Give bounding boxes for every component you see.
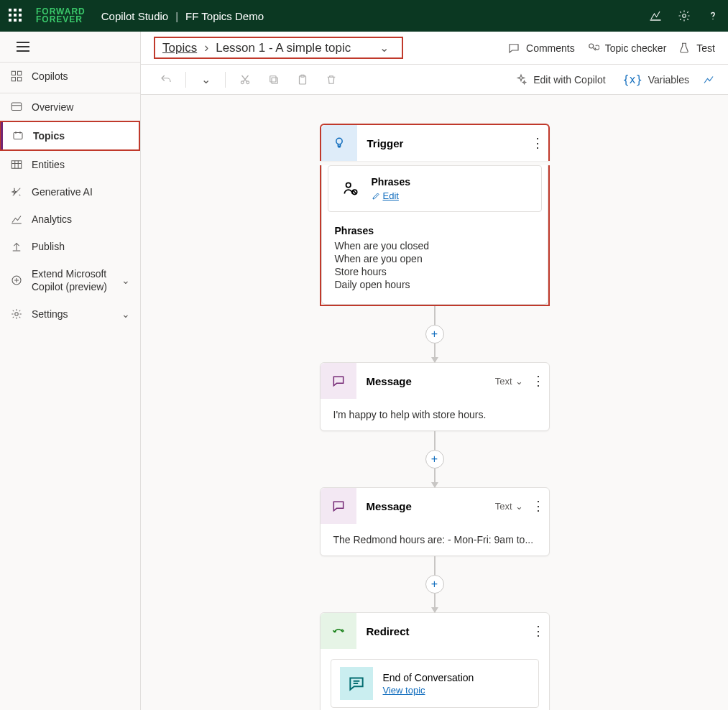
trigger-icon [321, 125, 357, 161]
topic-checker-button[interactable]: Topic checker [586, 42, 667, 55]
title-separator: | [175, 10, 178, 22]
message-body[interactable]: The Redmond hours are: - Mon-Fri: 9am to… [321, 524, 549, 555]
comments-button[interactable]: Comments [507, 42, 575, 55]
phrases-header: Phrases [335, 225, 535, 236]
nav-overview[interactable]: Overview [0, 93, 140, 121]
project-name: FF Topics Demo [185, 10, 264, 22]
view-topic-link[interactable]: View topic [383, 685, 474, 696]
settings-icon[interactable] [678, 9, 691, 22]
nav-extend-copilot[interactable]: Extend Microsoft Copilot (preview) ⌄ [0, 260, 140, 300]
edit-phrases-link[interactable]: Edit [372, 190, 410, 201]
phrase-item: Daily open hours [335, 278, 535, 291]
svg-point-19 [336, 138, 341, 144]
redo-dropdown[interactable]: ⌄ [193, 69, 218, 91]
node-title: Message [367, 375, 495, 387]
chevron-down-icon[interactable]: ⌄ [379, 41, 389, 55]
variables-button[interactable]: {x} Variables [623, 73, 689, 86]
svg-rect-15 [272, 78, 277, 83]
diagnostics-icon[interactable] [649, 9, 662, 22]
svg-rect-9 [11, 161, 22, 169]
copy-button[interactable] [262, 69, 286, 91]
add-node-button[interactable]: + [425, 575, 444, 594]
phrase-item: When are you open [335, 252, 535, 265]
nav-label: Analytics [32, 213, 72, 225]
phrases-icon [341, 180, 361, 198]
svg-point-14 [246, 80, 249, 83]
nav-label: Settings [32, 308, 68, 320]
cut-button[interactable] [233, 69, 257, 91]
node-title: Trigger [367, 137, 527, 149]
end-conversation-icon [340, 667, 373, 700]
nav-label: Topics [33, 130, 65, 142]
breadcrumb-current: Lesson 1 - A simple topic [216, 41, 351, 55]
node-more-button[interactable]: ⋮ [527, 373, 549, 389]
svg-rect-8 [14, 133, 22, 139]
breadcrumb-root[interactable]: Topics [162, 41, 197, 55]
message-icon [321, 363, 356, 399]
svg-rect-0 [650, 19, 661, 21]
svg-rect-6 [18, 78, 22, 81]
svg-rect-7 [11, 103, 22, 111]
node-title: Message [367, 500, 495, 512]
app-launcher[interactable] [9, 9, 23, 23]
phrases-label: Phrases [372, 176, 410, 188]
delete-button[interactable] [319, 69, 344, 91]
add-node-button[interactable]: + [425, 325, 444, 344]
edit-with-copilot-button[interactable]: Edit with Copilot [515, 73, 605, 86]
nav-generative-ai[interactable]: Generative AI [0, 178, 140, 206]
node-more-button[interactable]: ⋮ [527, 498, 549, 514]
redirect-icon [321, 613, 356, 649]
svg-rect-5 [11, 78, 15, 81]
add-node-button[interactable]: + [425, 450, 444, 469]
chevron-down-icon: ⌄ [121, 275, 130, 286]
svg-point-12 [589, 44, 593, 48]
analytics-icon[interactable] [702, 73, 715, 86]
chevron-right-icon: › [204, 40, 208, 55]
message-icon [321, 488, 356, 524]
app-name: Copilot Studio [101, 10, 168, 22]
message-type-dropdown[interactable]: Text ⌄ [495, 376, 523, 387]
node-more-button[interactable]: ⋮ [527, 135, 548, 151]
phrase-item: Store hours [335, 265, 535, 278]
node-title: Redirect [367, 625, 527, 637]
svg-rect-4 [18, 71, 22, 75]
svg-point-1 [683, 14, 686, 18]
message-type-dropdown[interactable]: Text ⌄ [495, 501, 523, 512]
brand-logo: FORWARD FOREVER [36, 8, 86, 24]
nav-label: Copilots [32, 70, 68, 82]
nav-topics[interactable]: Topics [0, 121, 140, 151]
nav-publish[interactable]: Publish [0, 233, 140, 260]
nav-label: Generative AI [32, 186, 93, 198]
breadcrumb: Topics › Lesson 1 - A simple topic ⌄ [154, 37, 403, 59]
svg-rect-16 [270, 75, 276, 81]
test-button[interactable]: Test [678, 42, 715, 55]
phrase-item: When are you closed [335, 239, 535, 252]
svg-rect-3 [11, 71, 15, 75]
nav-entities[interactable]: Entities [0, 151, 140, 178]
chevron-down-icon: ⌄ [121, 308, 130, 320]
undo-button[interactable] [154, 69, 178, 91]
nav-label: Publish [32, 241, 65, 252]
svg-point-13 [241, 80, 244, 83]
nav-copilots[interactable]: Copilots [0, 63, 140, 90]
nav-label: Extend Microsoft Copilot (preview) [32, 267, 113, 293]
svg-point-11 [15, 313, 19, 316]
node-more-button[interactable]: ⋮ [527, 623, 549, 639]
redirect-target: End of Conversation [383, 672, 474, 683]
nav-label: Overview [32, 101, 73, 113]
nav-collapse-button[interactable] [9, 32, 37, 61]
paste-button[interactable] [290, 69, 315, 91]
nav-label: Entities [32, 159, 65, 170]
nav-settings[interactable]: Settings ⌄ [0, 300, 140, 328]
nav-analytics[interactable]: Analytics [0, 206, 140, 233]
svg-point-2 [712, 19, 714, 20]
help-icon[interactable] [706, 9, 719, 22]
message-body[interactable]: I'm happy to help with store hours. [321, 399, 549, 430]
svg-point-20 [346, 183, 351, 188]
